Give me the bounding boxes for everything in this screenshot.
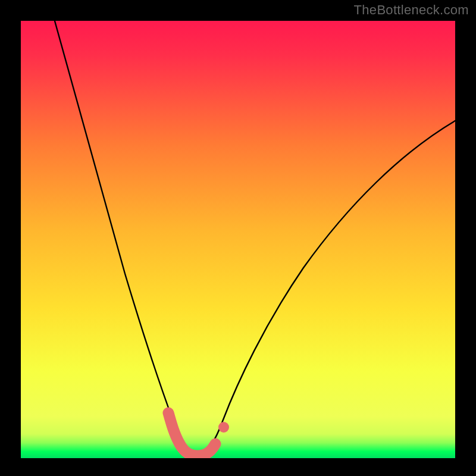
highlight-dot <box>218 422 229 433</box>
watermark-text: TheBottleneck.com <box>354 2 469 18</box>
bottleneck-chart <box>0 0 476 476</box>
chart-frame: TheBottleneck.com <box>0 0 476 476</box>
plot-background <box>21 21 455 458</box>
